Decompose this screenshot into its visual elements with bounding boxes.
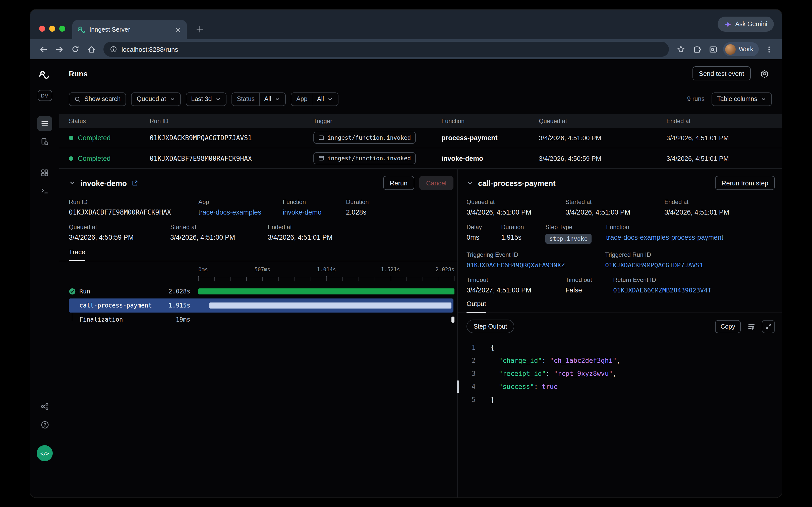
- send-test-event-button[interactable]: Send test event: [692, 66, 751, 80]
- field-label: Ended at: [664, 199, 729, 206]
- trace-bar-run[interactable]: [198, 288, 454, 294]
- rerun-button[interactable]: Rerun: [383, 176, 414, 190]
- share-icon[interactable]: [37, 399, 52, 414]
- expand-output-icon[interactable]: [762, 320, 775, 333]
- column-header-queued-at[interactable]: Queued at: [539, 117, 666, 124]
- column-header-run-id[interactable]: Run ID: [150, 117, 313, 124]
- collapse-chevron-icon[interactable]: [69, 179, 76, 186]
- step-output-toggle[interactable]: Step Output: [466, 320, 514, 333]
- event-icon: [318, 135, 324, 141]
- ended-at-value: 3/4/2026, 4:51:01 PM: [666, 134, 729, 142]
- column-header-status[interactable]: Status: [69, 117, 150, 124]
- field-label: Started at: [565, 199, 664, 206]
- field-label: App: [198, 199, 283, 206]
- side-panel-search-icon[interactable]: [706, 42, 720, 56]
- close-window-button[interactable]: [39, 25, 45, 32]
- ask-gemini-button[interactable]: Ask Gemini: [717, 16, 774, 32]
- show-search-button[interactable]: Show search: [69, 92, 126, 106]
- table-columns-dropdown[interactable]: Table columns: [711, 92, 772, 106]
- bookmark-star-icon[interactable]: [674, 42, 688, 56]
- function-link[interactable]: invoke-demo: [283, 209, 346, 216]
- ask-gemini-label: Ask Gemini: [735, 20, 767, 27]
- run-id: 01KJXDACKB9MPQACGTDP7JAVS1: [150, 134, 252, 142]
- trace-span-call-process-payment[interactable]: call-process-payment 1.915s: [69, 298, 453, 313]
- table-row[interactable]: Completed 01KJXDACBF7E98M00RAFCK9HAX inn…: [59, 148, 782, 169]
- site-info-icon[interactable]: [110, 46, 117, 53]
- trigger-badge[interactable]: inngest/function.invoked: [313, 152, 416, 164]
- rerun-from-step-button[interactable]: Rerun from step: [715, 176, 775, 190]
- fullscreen-window-button[interactable]: [59, 25, 65, 32]
- settings-gear-icon[interactable]: [757, 66, 772, 81]
- trace-bar-step[interactable]: [210, 302, 451, 308]
- avatar: [725, 44, 736, 55]
- time-range-dropdown[interactable]: Last 3d: [186, 92, 226, 106]
- panel-resize-handle[interactable]: [457, 380, 459, 393]
- line-number: 3: [466, 367, 476, 380]
- started-at-value: 3/4/2026, 4:51:00 PM: [565, 209, 664, 216]
- app-link[interactable]: trace-docs-examples: [198, 209, 283, 216]
- line-number: 4: [466, 380, 476, 393]
- word-wrap-icon[interactable]: [745, 320, 758, 333]
- url-text: localhost:8288/runs: [122, 46, 178, 53]
- page-header: Runs Send test event: [59, 59, 782, 88]
- help-icon[interactable]: [37, 417, 52, 432]
- column-header-function[interactable]: Function: [441, 117, 539, 124]
- field-label: Queued at: [466, 199, 565, 206]
- runs-count: 9 runs: [687, 96, 705, 103]
- queued-at-dropdown[interactable]: Queued at: [131, 92, 181, 106]
- environment-badge[interactable]: DV: [38, 90, 52, 101]
- tab-close-icon[interactable]: [174, 25, 182, 34]
- chevron-down-icon: [275, 96, 285, 102]
- field-label: Started at: [170, 224, 268, 231]
- sidebar-item-apps[interactable]: [37, 165, 52, 180]
- app-filter[interactable]: App All: [291, 92, 338, 106]
- queued-at-value: 3/4/2026, 4:50:59 PM: [69, 234, 170, 241]
- trigger-badge[interactable]: inngest/function.invoked: [313, 132, 416, 144]
- field-label: Triggering Event ID: [466, 251, 605, 258]
- return-event-id-link[interactable]: 01KJXDAE66CMZMB28439023V4T: [613, 286, 711, 294]
- trace-span-run[interactable]: Run 2.028s: [69, 284, 453, 298]
- sidebar-item-functions[interactable]: [37, 183, 52, 199]
- column-header-ended-at[interactable]: Ended at: [666, 117, 772, 124]
- line-number: 5: [466, 393, 476, 406]
- app-filter-label: App: [296, 96, 308, 103]
- span-name: call-process-payment: [79, 302, 152, 309]
- screen: Inngest Server Ask Gemini: [0, 0, 812, 507]
- cancel-button[interactable]: Cancel: [419, 176, 453, 190]
- timeline-tick: 1.014s: [317, 266, 336, 272]
- tab-title: Inngest Server: [89, 26, 170, 33]
- field-label: Duration: [346, 199, 369, 206]
- trace-bar-finalization[interactable]: [451, 317, 454, 323]
- step-detail-panel: call-process-payment Rerun from step Que…: [458, 169, 782, 498]
- started-at-value: 3/4/2026, 4:51:00 PM: [170, 234, 268, 241]
- triggered-run-id-link[interactable]: 01KJXDACKB9MPQACGTDP7JAVS1: [605, 261, 703, 269]
- external-link-icon[interactable]: [131, 180, 138, 186]
- tab-output[interactable]: Output: [466, 300, 486, 313]
- back-button[interactable]: [36, 42, 50, 56]
- new-tab-button[interactable]: [193, 22, 207, 36]
- sidebar-item-events[interactable]: [37, 134, 52, 149]
- minimize-window-button[interactable]: [49, 25, 55, 32]
- table-row[interactable]: Completed 01KJXDACKB9MPQACGTDP7JAVS1 inn…: [59, 128, 782, 148]
- trace-span-finalization[interactable]: Finalization 19ms: [69, 313, 453, 327]
- status-filter-label: Status: [237, 96, 255, 103]
- reload-button[interactable]: [68, 42, 82, 56]
- status-filter[interactable]: Status All: [231, 92, 286, 106]
- sidebar-item-runs[interactable]: [37, 116, 52, 131]
- code-line: 4 "success": true: [466, 380, 775, 393]
- browser-menu-icon[interactable]: [762, 42, 776, 56]
- forward-button[interactable]: [52, 42, 66, 56]
- collapse-chevron-icon[interactable]: [466, 179, 474, 186]
- column-header-trigger[interactable]: Trigger: [313, 117, 441, 124]
- step-function-link[interactable]: trace-docs-examples-process-payment: [606, 234, 724, 241]
- copy-button[interactable]: Copy: [715, 320, 741, 333]
- extensions-icon[interactable]: [690, 42, 704, 56]
- browser-tab[interactable]: Inngest Server: [72, 20, 187, 39]
- tab-trace[interactable]: Trace: [69, 248, 85, 261]
- home-button[interactable]: [84, 42, 99, 56]
- dev-tools-button[interactable]: </>: [37, 445, 53, 461]
- profile-button[interactable]: Work: [723, 42, 759, 56]
- address-bar[interactable]: localhost:8288/runs: [104, 42, 669, 57]
- triggering-event-id-link[interactable]: 01KJXDACEC6H49QRQXWEA93NXZ: [466, 261, 605, 269]
- sidebar: DV: [30, 59, 59, 498]
